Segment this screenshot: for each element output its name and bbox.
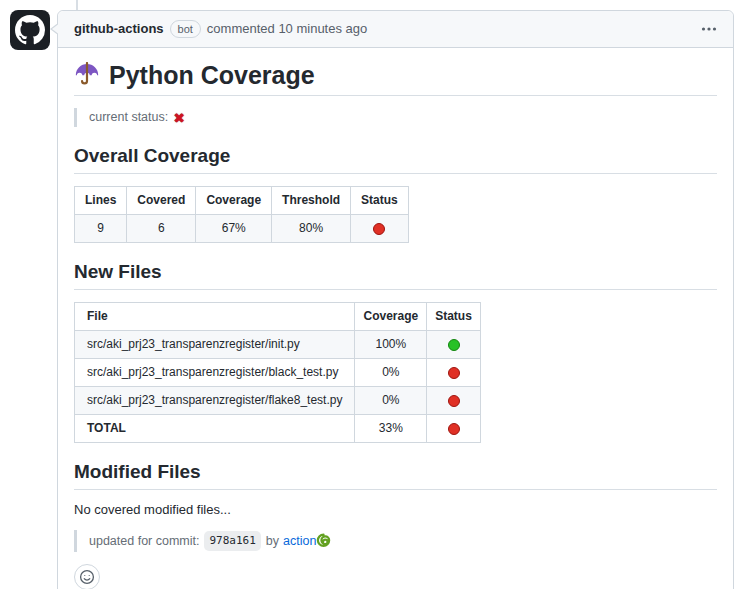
threshold-value: 80% xyxy=(272,215,351,243)
report-title-text: Python Coverage xyxy=(109,60,315,90)
col-coverage: Coverage xyxy=(196,187,272,215)
comment-timestamp[interactable]: commented 10 minutes ago xyxy=(207,21,367,37)
table-row-total: TOTAL 33% xyxy=(75,415,481,443)
col-coverage: Coverage xyxy=(355,303,427,331)
report-title: Python Coverage xyxy=(74,60,717,96)
file-path: src/aki_prj23_transparenzregister/init.p… xyxy=(75,331,355,359)
current-status-label: current status: xyxy=(89,109,168,126)
kebab-horizontal-icon xyxy=(701,21,717,37)
modified-files-heading: Modified Files xyxy=(74,460,717,490)
overall-coverage-table: Lines Covered Coverage Threshold Status … xyxy=(74,186,409,243)
col-lines: Lines xyxy=(75,187,127,215)
status-dot xyxy=(448,367,460,379)
comment-author[interactable]: github-actions xyxy=(74,21,164,37)
github-actions-avatar[interactable] xyxy=(10,10,50,50)
table-header-row: File Coverage Status xyxy=(75,303,481,331)
new-files-heading: New Files xyxy=(74,260,717,290)
coverage-value: 0% xyxy=(355,387,427,415)
comment-options-button[interactable] xyxy=(701,21,717,37)
overall-coverage-heading: Overall Coverage xyxy=(74,144,717,174)
file-path: src/aki_prj23_transparenzregister/black_… xyxy=(75,359,355,387)
commit-label: updated for commit: xyxy=(89,533,199,550)
new-files-table: File Coverage Status src/aki_prj23_trans… xyxy=(74,302,481,443)
coverage-value: 0% xyxy=(355,359,427,387)
file-path: src/aki_prj23_transparenzregister/flake8… xyxy=(75,387,355,415)
status-dot xyxy=(448,395,460,407)
table-row: src/aki_prj23_transparenzregister/init.p… xyxy=(75,331,481,359)
cross-mark-icon: ✖ xyxy=(173,111,185,125)
action-link[interactable]: action xyxy=(283,533,316,550)
lines-value: 9 xyxy=(75,215,127,243)
covered-value: 6 xyxy=(127,215,196,243)
smiley-icon xyxy=(79,569,95,585)
status-dot xyxy=(448,423,460,435)
commit-sha: 978a161 xyxy=(204,531,260,551)
umbrella-icon xyxy=(74,62,100,88)
snake-icon xyxy=(316,533,331,550)
table-header-row: Lines Covered Coverage Threshold Status xyxy=(75,187,409,215)
current-status-quote: current status: ✖ xyxy=(74,108,717,127)
status-dot xyxy=(373,223,385,235)
commit-info-quote: updated for commit: 978a161 by action xyxy=(74,530,717,552)
commit-by-text: by xyxy=(266,533,279,550)
table-row: src/aki_prj23_transparenzregister/black_… xyxy=(75,359,481,387)
coverage-value: 67% xyxy=(196,215,272,243)
issue-comment: github-actions bot commented 10 minutes … xyxy=(57,10,734,589)
col-file: File xyxy=(75,303,355,331)
bot-badge: bot xyxy=(170,20,201,38)
add-reaction-button[interactable] xyxy=(74,564,100,589)
coverage-value: 100% xyxy=(355,331,427,359)
no-modified-files-text: No covered modified files... xyxy=(74,502,717,518)
comment-body: Python Coverage current status: ✖ Overal… xyxy=(58,48,733,589)
col-covered: Covered xyxy=(127,187,196,215)
col-status: Status xyxy=(427,303,481,331)
table-row: src/aki_prj23_transparenzregister/flake8… xyxy=(75,387,481,415)
coverage-value: 33% xyxy=(355,415,427,443)
table-row: 9 6 67% 80% xyxy=(75,215,409,243)
total-label: TOTAL xyxy=(75,415,355,443)
github-octocat-icon xyxy=(15,15,45,45)
status-dot xyxy=(448,339,460,351)
col-status: Status xyxy=(351,187,409,215)
pull-request-timeline: github-actions bot commented 10 minutes … xyxy=(0,0,741,589)
comment-header: github-actions bot commented 10 minutes … xyxy=(58,11,733,48)
col-threshold: Threshold xyxy=(272,187,351,215)
